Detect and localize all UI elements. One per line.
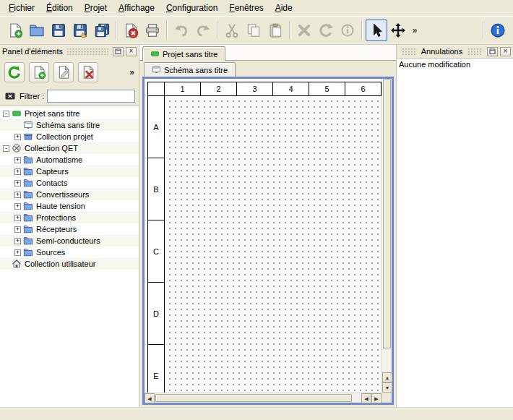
scroll-right-button[interactable]: ▶ <box>371 393 381 403</box>
undo-button[interactable] <box>171 20 192 41</box>
tree-item-haute-tension[interactable]: + Haute tension <box>0 200 139 212</box>
tree-item-label: Haute tension <box>36 202 85 210</box>
new-document-button[interactable] <box>4 20 26 41</box>
horizontal-scrollbar-thumb[interactable] <box>155 394 352 402</box>
tree-item-capteurs[interactable]: + Capteurs <box>0 166 139 177</box>
float-panel-button[interactable] <box>113 47 124 56</box>
tree-item-label: Collection projet <box>36 132 93 141</box>
tree-item-protections[interactable]: + Protections <box>0 212 139 223</box>
close-icon: × <box>504 48 508 55</box>
menu-fichier[interactable]: Fichier <box>3 1 40 15</box>
delete-element-button[interactable] <box>78 62 98 82</box>
folder-icon <box>23 178 33 188</box>
delete-button[interactable] <box>293 20 315 41</box>
copy-button[interactable] <box>243 20 264 41</box>
save-as-button[interactable] <box>69 20 91 41</box>
collapse-expander-icon[interactable]: - <box>3 111 9 117</box>
expand-expander-icon[interactable]: + <box>14 134 21 140</box>
row-header: D <box>147 283 165 345</box>
horizontal-scrollbar-track[interactable] <box>155 393 361 403</box>
expand-expander-icon[interactable]: + <box>14 168 21 175</box>
vertical-scrollbar[interactable]: ▲ ▼ <box>381 79 392 393</box>
tree-item-recepteurs[interactable]: + Récepteurs <box>0 223 139 235</box>
collapse-expander-icon[interactable]: - <box>3 145 9 152</box>
menu-fenetres[interactable]: Fenêtres <box>223 1 269 15</box>
project-collection-icon <box>23 132 33 142</box>
reload-collections-button[interactable] <box>4 62 25 82</box>
tree-item-collection-utilisateur[interactable]: Collection utilisateur <box>0 258 139 270</box>
tree-item-schema-sans-titre[interactable]: Schéma sans titre <box>0 119 139 131</box>
scroll-down-button[interactable]: ▼ <box>382 382 392 393</box>
close-panel-button[interactable]: × <box>126 47 137 56</box>
menu-affichage[interactable]: Affichage <box>113 1 160 15</box>
expand-expander-icon[interactable]: + <box>14 249 21 256</box>
menu-projet[interactable]: Projet <box>79 1 113 15</box>
expand-expander-icon[interactable]: + <box>14 215 21 221</box>
tree-item-automatisme[interactable]: + Automatisme <box>0 154 139 166</box>
tree-item-label: Capteurs <box>36 167 69 176</box>
tree-item-projet-sans-titre[interactable]: - Projet sans titre <box>0 108 139 119</box>
float-panel-button[interactable] <box>487 47 498 56</box>
tree-item-collection-projet[interactable]: + Collection projet <box>0 131 139 142</box>
panel-overflow-button[interactable]: » <box>129 67 134 77</box>
redo-button[interactable] <box>192 20 214 41</box>
close-document-button[interactable] <box>120 20 142 41</box>
chevron-double-icon: » <box>413 25 418 35</box>
dock-grip[interactable] <box>467 48 483 55</box>
close-panel-button[interactable]: × <box>500 47 511 56</box>
expand-expander-icon[interactable]: + <box>14 226 21 233</box>
rotate-button[interactable] <box>315 20 337 41</box>
project-tab[interactable]: Projet sans titre <box>142 46 225 61</box>
move-icon <box>390 22 406 38</box>
vertical-scrollbar-thumb[interactable] <box>383 80 391 348</box>
scroll-up-button[interactable]: ▲ <box>382 372 392 382</box>
folder-icon <box>23 236 33 246</box>
dock-grip[interactable] <box>401 48 417 55</box>
open-button[interactable] <box>26 20 48 41</box>
menu-edition[interactable]: Édition <box>40 1 79 15</box>
filter-input[interactable] <box>47 90 135 103</box>
undo-history-item[interactable]: Aucune modification <box>399 60 511 69</box>
schema-tab[interactable]: Schéma sans titre <box>144 62 236 77</box>
tree-item-sources[interactable]: + Sources <box>0 247 139 258</box>
tree-item-collection-qet[interactable]: - Collection QET <box>0 142 139 154</box>
move-tool-button[interactable] <box>387 20 409 41</box>
qet-collection-icon <box>12 143 22 153</box>
save-all-button[interactable] <box>91 20 113 41</box>
print-button[interactable] <box>142 20 163 41</box>
menu-aide[interactable]: Aide <box>270 1 298 15</box>
folder-icon <box>23 201 33 211</box>
expand-expander-icon[interactable]: + <box>14 203 21 210</box>
info-button[interactable] <box>337 20 358 41</box>
delete-icon <box>296 22 312 38</box>
expand-expander-icon[interactable]: + <box>14 192 21 198</box>
new-element-button[interactable] <box>29 62 49 82</box>
undo-panel-title: Annulations <box>421 47 463 56</box>
save-icon <box>51 22 66 38</box>
tree-item-contacts[interactable]: + Contacts <box>0 177 139 189</box>
cut-button[interactable] <box>221 20 243 41</box>
clear-filter-button[interactable] <box>4 90 17 103</box>
expand-expander-icon[interactable]: + <box>14 180 21 187</box>
expand-expander-icon[interactable]: + <box>14 157 21 163</box>
save-button[interactable] <box>48 20 69 41</box>
expand-expander-icon[interactable]: + <box>14 238 21 244</box>
paste-button[interactable] <box>264 20 286 41</box>
scroll-left-button-2[interactable]: ◀ <box>361 393 371 403</box>
toolbar-overflow-button[interactable]: » <box>409 20 421 41</box>
menu-bar: Fichier Édition Projet Affichage Configu… <box>0 0 513 16</box>
scroll-left-button[interactable]: ◀ <box>145 393 155 403</box>
diagram-canvas[interactable] <box>165 96 381 393</box>
tree-item-convertisseurs[interactable]: + Convertisseurs <box>0 189 139 200</box>
main-toolbar: » <box>0 16 513 45</box>
about-button[interactable] <box>487 20 509 41</box>
dock-grip[interactable] <box>67 48 108 55</box>
edit-element-button[interactable] <box>53 62 74 82</box>
status-bar <box>0 407 513 420</box>
menu-configuration[interactable]: Configuration <box>160 1 223 15</box>
select-tool-button[interactable] <box>366 20 387 41</box>
undo-history-list: Aucune modification <box>397 58 513 407</box>
paste-icon <box>267 22 283 38</box>
horizontal-scrollbar[interactable]: ◀ ◀ ▶ <box>145 393 381 403</box>
tree-item-semi-conducteurs[interactable]: + Semi-conducteurs <box>0 235 139 247</box>
